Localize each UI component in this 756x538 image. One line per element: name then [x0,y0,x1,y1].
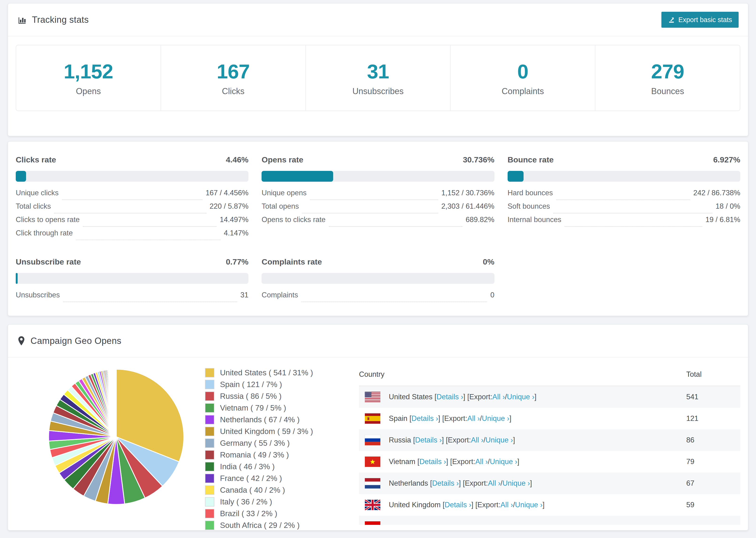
legend-item-canada[interactable]: Canada ( 40 / 2% ) [205,485,337,495]
country-cell: Russia [Details ›] [Export: All › / Uniq… [359,429,686,451]
rate-progress-bar [508,171,740,182]
legend-label: Spain ( 121 / 7% ) [220,380,282,389]
rate-title-row-opens-rate: Opens rate30.736% [261,155,494,164]
rate-row-total-clicks: Total clicks220 / 5.87% [16,202,248,215]
dotted-leader [329,226,462,227]
legend-swatch [205,368,214,377]
legend-item-netherlands[interactable]: Netherlands ( 67 / 4% ) [205,415,337,425]
stat-value-opens: 1,152 [64,60,113,83]
export-basic-stats-button[interactable]: Export basic stats [661,12,739,28]
geo-body: United States ( 541 / 31% )Spain ( 121 /… [8,357,748,530]
export-all-link[interactable]: All › [501,501,513,509]
legend-item-spain[interactable]: Spain ( 121 / 7% ) [205,380,337,389]
rate-row-total-opens: Total opens2,303 / 61.446% [261,202,494,215]
legend-item-united-states[interactable]: United States ( 541 / 31% ) [205,368,337,378]
total-cell: 59 [686,494,740,516]
stat-value-unsubscribes: 31 [367,60,389,83]
stat-label-unsubscribes: Unsubscribes [352,86,404,96]
details-link[interactable]: Details › [411,414,438,423]
rate-section-clicks-rate: Clicks rate4.46%Unique clicks167 / 4.456… [16,155,248,242]
bracket: [ [417,457,419,466]
spain-flag-icon [365,413,380,424]
export-unique-link[interactable]: Unique › [482,414,509,423]
column-header-country: Country [359,364,686,386]
legend-item-italy[interactable]: Italy ( 36 / 2% ) [205,497,337,507]
export-unique-link[interactable]: Unique › [515,501,543,509]
export-label: ] [Export: [471,501,501,509]
legend-swatch [205,403,214,413]
export-unique-link[interactable]: Unique › [486,436,513,444]
details-link[interactable]: Details › [432,479,459,488]
rate-row-label: Opens to clicks rate [261,215,325,224]
export-all-link[interactable]: All › [467,414,480,423]
rate-progress-fill [508,171,524,182]
legend-swatch [205,497,214,507]
details-link[interactable]: Details › [436,393,463,401]
legend-item-germany[interactable]: Germany ( 55 / 3% ) [205,438,337,448]
rate-row-value: 4.147% [224,229,248,237]
rate-row-label: Hard bounces [508,189,553,197]
total-cell: 541 [686,386,740,408]
legend-item-romania[interactable]: Romania ( 49 / 3% ) [205,450,337,460]
legend-item-vietnam[interactable]: Vietnam ( 79 / 5% ) [205,403,337,413]
rate-detail-rows: Unique clicks167 / 4.456%Total clicks220… [16,189,248,242]
export-unique-link[interactable]: Unique › [490,457,517,466]
rate-row-internal-bounces: Internal bounces19 / 6.81% [508,215,740,229]
geo-table-row-united-kingdom: United Kingdom [Details ›] [Export: All … [359,494,740,516]
export-unique-link[interactable]: Unique › [507,393,534,401]
details-link[interactable]: Details › [445,501,471,509]
legend-label: Vietnam ( 79 / 5% ) [220,404,286,412]
legend-item-france[interactable]: France ( 42 / 2% ) [205,473,337,483]
bracket: [ [413,436,415,444]
legend-item-india[interactable]: India ( 46 / 3% ) [205,462,337,471]
export-all-link[interactable]: All › [471,436,483,444]
export-all-link[interactable]: All › [488,479,500,488]
dotted-leader [310,199,438,200]
rate-progress-fill [16,273,18,284]
geo-table-row-spain: Spain [Details ›] [Export: All › / Uniqu… [359,408,740,429]
details-link[interactable]: Details › [415,436,442,444]
country-cell: United States [Details ›] [Export: All ›… [359,386,686,408]
slash: / [483,436,486,444]
tracking-stats-header: Tracking stats Export basic stats [8,4,748,36]
rate-row-value: 0 [490,291,494,299]
rate-title: Bounce rate [508,155,554,164]
rate-row-label: Soft bounces [508,202,550,211]
stats-row: 1,152Opens167Clicks31Unsubscribes0Compla… [16,45,740,111]
stat-label-bounces: Bounces [651,86,684,96]
geo-table-row-vietnam: Vietnam [Details ›] [Export: All › / Uni… [359,451,740,472]
bracket: ] [509,414,512,423]
country-name: Vietnam [389,457,417,466]
details-link[interactable]: Details › [419,457,446,466]
bracket: [ [430,479,432,488]
rate-row-clicks-to-opens-rate: Clicks to opens rate14.497% [16,215,248,229]
slash: / [480,414,482,423]
legend-item-south-africa[interactable]: South Africa ( 29 / 2% ) [205,520,337,530]
rate-progress-bar [261,171,494,182]
bar-chart-icon [17,15,27,25]
legend-label: Romania ( 49 / 3% ) [220,451,289,459]
country-cell-inner: United States [Details ›] [Export: All ›… [359,392,686,402]
legend-swatch [205,485,214,495]
export-unique-link[interactable]: Unique › [503,479,530,488]
legend-item-united-kingdom[interactable]: United Kingdom ( 59 / 3% ) [205,426,337,436]
united-states-flag-icon [365,392,380,402]
stat-box-opens: 1,152Opens [16,45,161,111]
slash: / [505,393,507,401]
rate-progress-fill [16,171,26,182]
legend-item-russia[interactable]: Russia ( 86 / 5% ) [205,391,337,401]
legend-label: Italy ( 36 / 2% ) [220,497,272,506]
legend-swatch [205,474,214,483]
legend-label: France ( 42 / 2% ) [220,474,282,483]
united-kingdom-flag-icon [365,500,380,510]
country-name: Netherlands [389,479,430,488]
export-all-link[interactable]: All › [492,393,505,401]
pie-chart-svg[interactable] [46,364,187,510]
stat-value-clicks: 167 [217,60,250,83]
pie-slice-other[interactable] [116,369,116,437]
legend-item-brazil[interactable]: Brazil ( 33 / 2% ) [205,509,337,518]
country-cell: Vietnam [Details ›] [Export: All › / Uni… [359,451,686,472]
stat-value-bounces: 279 [651,60,684,83]
export-all-link[interactable]: All › [475,457,488,466]
country-cell: Spain [Details ›] [Export: All › / Uniqu… [359,408,686,429]
